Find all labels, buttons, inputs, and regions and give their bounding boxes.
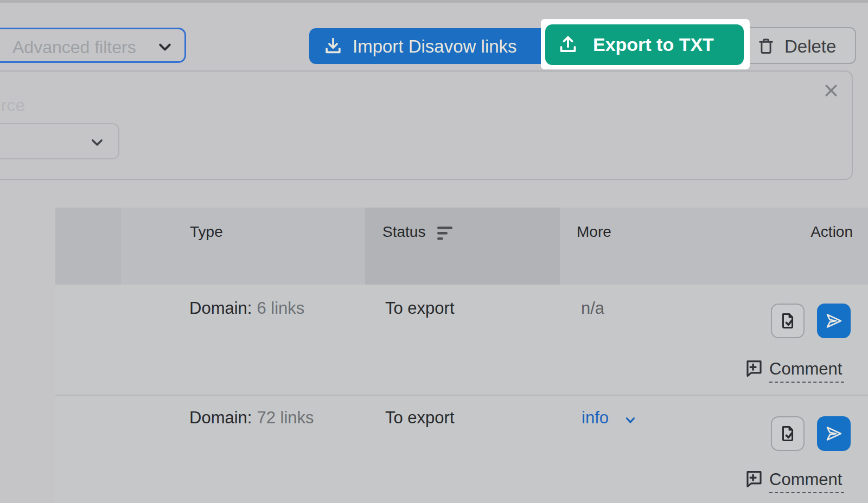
comment-plus-icon	[743, 468, 765, 489]
row1-send-button[interactable]	[817, 304, 851, 338]
comment-plus-icon	[743, 358, 765, 378]
filter-panel	[0, 70, 853, 180]
table-header-status-highlight	[365, 208, 560, 285]
row1-type-cell: Domain:6 links	[189, 299, 304, 318]
close-icon[interactable]	[822, 82, 842, 101]
row2-info-link[interactable]: info	[582, 408, 609, 428]
row2-disavow-file-button[interactable]	[771, 416, 805, 451]
document-check-icon	[778, 311, 797, 331]
chevron-down-icon[interactable]	[623, 413, 638, 427]
chevron-down-icon	[157, 39, 173, 55]
row2-send-button[interactable]	[817, 416, 851, 451]
column-header-more: More	[577, 223, 611, 241]
column-header-action: Action	[754, 223, 853, 241]
table-header-select-column	[55, 208, 121, 285]
row-divider	[55, 395, 868, 396]
row2-status-cell: To export	[385, 408, 455, 428]
export-to-txt-button[interactable]: Export to TXT	[545, 24, 744, 65]
row1-status-cell: To export	[385, 299, 455, 318]
row2-domain-label: Domain:	[189, 408, 252, 427]
sort-descending-icon[interactable]	[437, 226, 455, 241]
download-icon	[323, 36, 343, 56]
delete-button[interactable]: Delete	[742, 27, 856, 64]
row1-more-cell: n/a	[581, 299, 604, 318]
delete-label: Delete	[784, 36, 836, 57]
column-header-type: Type	[190, 223, 223, 241]
paper-plane-icon	[824, 311, 844, 331]
row2-comment-link[interactable]: Comment	[769, 470, 844, 493]
upload-icon	[557, 34, 579, 55]
source-field-label: urce	[0, 95, 25, 115]
export-to-txt-label: Export to TXT	[593, 34, 714, 55]
row1-domain-label: Domain:	[189, 299, 252, 318]
trash-icon	[756, 36, 776, 56]
paper-plane-icon	[824, 424, 844, 443]
advanced-filters-label: Advanced filters	[12, 37, 136, 57]
row2-type-cell: Domain:72 links	[189, 408, 314, 428]
import-disavow-links-button[interactable]: Import Disavow links	[309, 28, 547, 64]
column-header-status[interactable]: Status	[382, 223, 425, 241]
advanced-filters-button[interactable]: Advanced filters	[0, 28, 186, 63]
source-dropdown[interactable]	[0, 123, 119, 159]
row2-links-count: 72 links	[257, 408, 314, 427]
row1-comment-link[interactable]: Comment	[769, 359, 844, 383]
screen: Advanced filters Import Disavow links Ex…	[0, 0, 868, 503]
top-strip	[0, 0, 868, 3]
import-disavow-links-label: Import Disavow links	[353, 36, 517, 57]
row1-links-count: 6 links	[257, 299, 304, 318]
document-check-icon	[778, 424, 797, 443]
row1-disavow-file-button[interactable]	[771, 304, 805, 338]
chevron-down-icon	[90, 135, 105, 150]
